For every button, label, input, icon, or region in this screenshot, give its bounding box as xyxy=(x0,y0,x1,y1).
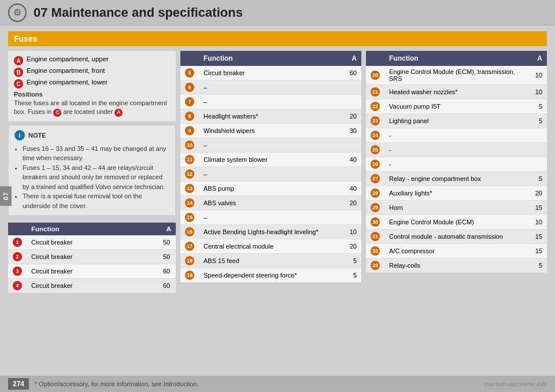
fuse-func: Lighting panel xyxy=(384,114,530,128)
num-badge: 28 xyxy=(371,188,380,198)
fuse-amp: 15 xyxy=(530,201,547,215)
sidebar-chapter-tab: 07 xyxy=(0,186,12,206)
page-header: ⚙ 07 Maintenance and specifications xyxy=(0,0,555,25)
fuse-func: - xyxy=(384,143,530,157)
fuse-num: 14 xyxy=(180,196,199,210)
mid-col-amp-header: A xyxy=(344,51,361,66)
table-row: 15 – xyxy=(180,210,361,225)
fuse-amp: 40 xyxy=(344,153,361,167)
location-item-a: A Engine compartment, upper xyxy=(14,56,170,65)
badge-b: B xyxy=(14,68,23,77)
fuse-amp: 50 xyxy=(158,250,176,264)
fuse-num: 26 xyxy=(366,157,384,172)
table-row: 14 ABS valves 20 xyxy=(180,196,361,210)
right-panel: Function A 20 Engine Control Module (ECM… xyxy=(366,51,547,370)
note-item-1: Fuses 16 – 33 and 35 – 41 may be changed… xyxy=(23,144,169,163)
num-badge: 3 xyxy=(13,267,22,276)
fuse-func: Circuit breaker xyxy=(27,235,158,250)
fuse-func: Speed-dependent steering force* xyxy=(199,268,344,283)
fuse-func: ABS 15 feed xyxy=(199,254,344,268)
fuse-amp: 15 xyxy=(530,230,547,244)
num-badge: 18 xyxy=(185,256,194,265)
fuse-amp: 15 xyxy=(530,244,547,258)
num-badge: 27 xyxy=(371,174,380,183)
footer-note: * Option/accessory, for more information… xyxy=(35,380,198,387)
fuse-func: – xyxy=(199,80,344,95)
num-badge: 22 xyxy=(371,102,380,111)
num-badge: 26 xyxy=(371,160,380,169)
badge-a: A xyxy=(14,56,23,65)
location-item-b: B Engine compartment, front xyxy=(14,67,170,77)
right-col-function-header: Function xyxy=(384,51,530,66)
fuse-func: Relay - engine compartment box xyxy=(384,172,530,186)
fuse-num: 21 xyxy=(366,85,384,99)
location-a-text: Engine compartment, upper xyxy=(27,56,109,62)
fuse-num: 15 xyxy=(180,210,199,225)
positions-section: Positions These fuses are all located in… xyxy=(14,91,170,117)
table-row: 27 Relay - engine compartment box 5 xyxy=(366,172,547,186)
section-title: Fuses xyxy=(8,31,547,46)
num-badge: 23 xyxy=(371,116,380,125)
num-badge: 10 xyxy=(185,140,194,150)
fuse-func: A/C compressor xyxy=(384,244,530,258)
page-number: 274 xyxy=(8,378,29,390)
fuse-num: 4 xyxy=(8,279,27,293)
positions-text: These fuses are all located in the engin… xyxy=(14,99,170,117)
table-row: 21 Heated washer nozzles* 10 xyxy=(366,85,547,99)
num-badge: 16 xyxy=(185,227,194,236)
num-badge: 32 xyxy=(371,246,380,256)
num-badge: 12 xyxy=(185,169,194,179)
num-badge: 11 xyxy=(185,155,194,164)
num-badge: 5 xyxy=(185,68,194,77)
fuse-amp: 5 xyxy=(530,114,547,128)
fuse-amp: 10 xyxy=(344,225,361,239)
num-badge: 29 xyxy=(371,203,380,212)
fuse-num: 23 xyxy=(366,114,384,128)
table-row: 30 Engine Control Module (ECM) 10 xyxy=(366,215,547,230)
fuse-num: 24 xyxy=(366,128,384,143)
num-badge: 7 xyxy=(185,97,194,106)
mid-panel: Function A 5 Circuit breaker 60 6 – 7 – … xyxy=(180,51,361,370)
num-badge: 6 xyxy=(185,83,194,92)
fuse-func: Auxiliary lights* xyxy=(384,186,530,201)
fuse-amp: 10 xyxy=(530,66,547,85)
fuse-amp: 40 xyxy=(344,182,361,196)
table-row: 9 Windshield wipers 30 xyxy=(180,124,361,138)
fuse-amp: 60 xyxy=(158,279,176,293)
badge-c: C xyxy=(14,79,23,88)
table-row: 22 Vacuum pump I5T 5 xyxy=(366,99,547,114)
fuse-num: 9 xyxy=(180,124,199,138)
fuse-amp: 5 xyxy=(530,99,547,114)
fuse-amp xyxy=(344,138,361,153)
col-num-header xyxy=(8,223,27,235)
table-row: 2 Circuit breaker 50 xyxy=(8,250,176,264)
fuse-num: 2 xyxy=(8,250,27,264)
fuse-num: 7 xyxy=(180,95,199,109)
num-badge: 17 xyxy=(185,242,194,251)
fuse-func: Control module - automatic transmission xyxy=(384,230,530,244)
fuse-num: 27 xyxy=(366,172,384,186)
fuse-func: – xyxy=(199,138,344,153)
right-col-num-header xyxy=(366,51,384,66)
fuse-func: Circuit breaker xyxy=(27,264,158,279)
table-row: 17 Central electrical module 20 xyxy=(180,239,361,254)
fuse-func: ABS pump xyxy=(199,182,344,196)
fuse-func: - xyxy=(384,128,530,143)
fuse-num: 33 xyxy=(366,258,384,273)
num-badge: 21 xyxy=(371,87,380,97)
fuse-num: 31 xyxy=(366,230,384,244)
fuse-amp xyxy=(530,157,547,172)
num-badge: 14 xyxy=(185,198,194,208)
num-badge: 33 xyxy=(371,261,380,270)
mid-fuse-table: Function A 5 Circuit breaker 60 6 – 7 – … xyxy=(180,51,361,283)
fuse-num: 19 xyxy=(180,268,199,283)
footer-left: 274 * Option/accessory, for more informa… xyxy=(8,378,199,390)
note-item-3: There is a special fuse removal tool on … xyxy=(23,191,169,210)
note-box: i NOTE Fuses 16 – 33 and 35 – 41 may be … xyxy=(8,125,176,216)
fuse-num: 32 xyxy=(366,244,384,258)
location-item-c: C Engine compartment, lower xyxy=(14,79,170,88)
fuse-amp xyxy=(530,128,547,143)
num-badge: 8 xyxy=(185,112,194,121)
fuse-amp: 20 xyxy=(530,186,547,201)
fuse-amp xyxy=(344,210,361,225)
